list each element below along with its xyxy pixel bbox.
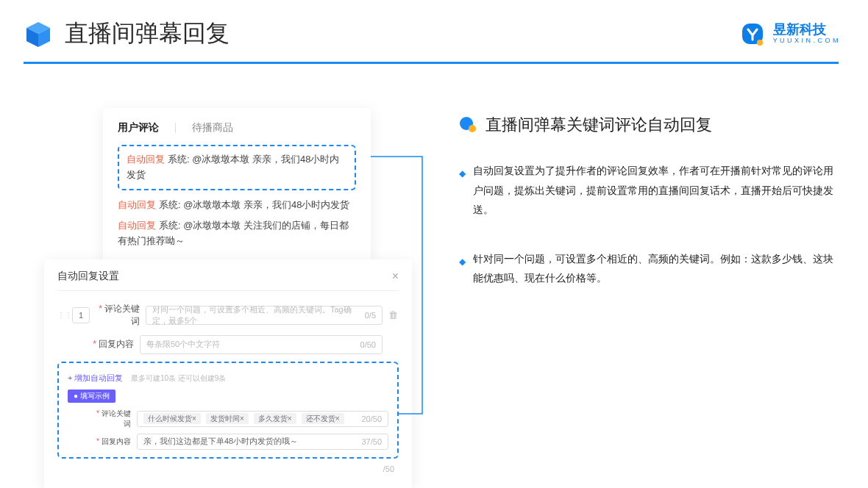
modal-header: 自动回复设置 × [57, 270, 399, 291]
comment-text: 系统: @冰墩墩本墩 亲亲，我们48小时内发货 [159, 199, 350, 210]
brand-name-en: Y U U X I N . C O M [773, 37, 839, 45]
comment-row: 自动回复系统: @冰墩墩本墩 关注我们的店铺，每日都有热门推荐呦～ [118, 218, 356, 249]
placeholder-text: 对同一个问题，可设置多个相近、高频的关键词。Tag确定，最多5个 [152, 304, 365, 326]
placeholder-text: 每条限50个中文字符 [146, 339, 220, 350]
example-content-row: *回复内容 亲，我们这边都是下单48小时内发货的哦～ 37/50 [68, 434, 388, 450]
example-content-counter: 37/50 [361, 437, 382, 446]
add-auto-reply-link[interactable]: + 增加自动回复 [68, 373, 123, 382]
example-content-value: 亲，我们这边都是下单48小时内发货的哦～ [143, 436, 298, 447]
example-keyword-row: *评论关键词 什么时候发货× 发货时间× 多久发货× 还不发货× 20/50 [68, 409, 388, 429]
settings-modal: 自动回复设置 × ⋮⋮ 1 *评论关键词 对同一个问题，可设置多个相近、高频的关… [44, 259, 412, 488]
keyword-counter: 0/5 [365, 311, 376, 320]
tab-user-comments[interactable]: 用户评论 [118, 121, 159, 134]
example-content-input[interactable]: 亲，我们这边都是下单48小时内发货的哦～ 37/50 [137, 434, 388, 450]
bullet-text: 自动回复设置为了提升作者的评论回复效率，作者可在开播前针对常见的评论用户问题，提… [473, 161, 839, 220]
example-block: + 增加自动回复 最多可建10条 还可以创建9条 ● 填写示例 *评论关键词 什… [57, 362, 399, 459]
example-tags: 什么时候发货× 发货时间× 多久发货× 还不发货× [143, 414, 347, 424]
svg-point-4 [757, 40, 763, 46]
comments-panel: 用户评论 待播商品 自动回复系统: @冰墩墩本墩 亲亲，我们48小时内发货 自动… [103, 108, 371, 265]
content-counter: 0/50 [360, 340, 376, 349]
tabs: 用户评论 待播商品 [118, 121, 356, 134]
right-column: 直播间弹幕关键词评论自动回复 ◆ 自动回复设置为了提升作者的评论回复效率，作者可… [459, 108, 839, 488]
example-content-label: *回复内容 [90, 437, 131, 447]
bullet-item: ◆ 自动回复设置为了提升作者的评论回复效率，作者可在开播前针对常见的评论用户问题… [459, 161, 839, 220]
add-link-row: + 增加自动回复 最多可建10条 还可以创建9条 [68, 370, 388, 384]
keyword-input[interactable]: 对同一个问题，可设置多个相近、高频的关键词。Tag确定，最多5个 0/5 [146, 306, 383, 325]
section-title: 直播间弹幕关键词评论自动回复 [485, 114, 712, 136]
brand-name-cn: 昱新科技 [773, 23, 839, 37]
example-keyword-counter: 20/50 [361, 415, 382, 423]
diamond-icon: ◆ [459, 165, 466, 220]
comment-row: 自动回复系统: @冰墩墩本墩 亲亲，我们48小时内发货 [118, 198, 356, 213]
close-icon[interactable]: × [392, 270, 399, 283]
brand-logo-icon [739, 21, 766, 47]
tab-pending-goods[interactable]: 待播商品 [192, 121, 233, 134]
add-hint: 最多可建10条 还可以创建9条 [131, 374, 226, 382]
content: 用户评论 待播商品 自动回复系统: @冰墩墩本墩 亲亲，我们48小时内发货 自动… [0, 64, 868, 488]
tab-divider [175, 123, 176, 133]
chat-bubble-icon [459, 116, 477, 134]
tag-pill[interactable]: 多久发货× [254, 413, 296, 424]
auto-reply-tag: 自动回复 [127, 154, 165, 165]
title-group: 直播间弹幕回复 [24, 18, 230, 50]
header: 直播间弹幕回复 昱新科技 Y U U X I N . C O M [0, 0, 868, 50]
row-number: 1 [72, 307, 90, 323]
tag-pill[interactable]: 发货时间× [206, 413, 249, 424]
svg-point-6 [469, 125, 476, 132]
left-column: 用户评论 待播商品 自动回复系统: @冰墩墩本墩 亲亲，我们48小时内发货 自动… [44, 108, 415, 488]
keyword-label: *评论关键词 [96, 303, 140, 328]
bullet-text: 针对同一个问题，可设置多个相近的、高频的关键词。例如：这款多少钱、这块能优惠吗、… [473, 249, 839, 288]
example-keyword-input[interactable]: 什么时候发货× 发货时间× 多久发货× 还不发货× 20/50 [137, 411, 388, 427]
tag-pill[interactable]: 什么时候发货× [143, 413, 201, 424]
modal-title: 自动回复设置 [57, 270, 119, 283]
section-heading: 直播间弹幕关键词评论自动回复 [459, 114, 839, 136]
content-label: *回复内容 [90, 338, 134, 351]
diamond-icon: ◆ [459, 254, 466, 288]
outer-counter: /50 [383, 464, 394, 473]
page-title: 直播间弹幕回复 [65, 18, 230, 50]
cube-icon [24, 19, 53, 49]
delete-icon[interactable]: 🗑 [388, 309, 399, 320]
content-input[interactable]: 每条限50个中文字符 0/50 [140, 335, 383, 354]
tag-pill[interactable]: 还不发货× [302, 413, 344, 424]
auto-reply-tag: 自动回复 [118, 199, 156, 210]
drag-handle-icon[interactable]: ⋮⋮ [57, 311, 66, 319]
example-keyword-label: *评论关键词 [90, 409, 131, 429]
comment-row: 自动回复系统: @冰墩墩本墩 亲亲，我们48小时内发货 [127, 152, 347, 183]
form-area: ⋮⋮ 1 *评论关键词 对同一个问题，可设置多个相近、高频的关键词。Tag确定，… [57, 291, 399, 475]
bullet-item: ◆ 针对同一个问题，可设置多个相近的、高频的关键词。例如：这款多少钱、这块能优惠… [459, 249, 839, 288]
content-row: *回复内容 每条限50个中文字符 0/50 [57, 335, 399, 354]
example-badge: ● 填写示例 [68, 390, 115, 403]
auto-reply-tag: 自动回复 [118, 220, 156, 231]
brand-text: 昱新科技 Y U U X I N . C O M [773, 23, 839, 45]
highlighted-comment: 自动回复系统: @冰墩墩本墩 亲亲，我们48小时内发货 [118, 145, 356, 190]
keyword-row: ⋮⋮ 1 *评论关键词 对同一个问题，可设置多个相近、高频的关键词。Tag确定，… [57, 303, 399, 328]
brand: 昱新科技 Y U U X I N . C O M [739, 21, 839, 47]
